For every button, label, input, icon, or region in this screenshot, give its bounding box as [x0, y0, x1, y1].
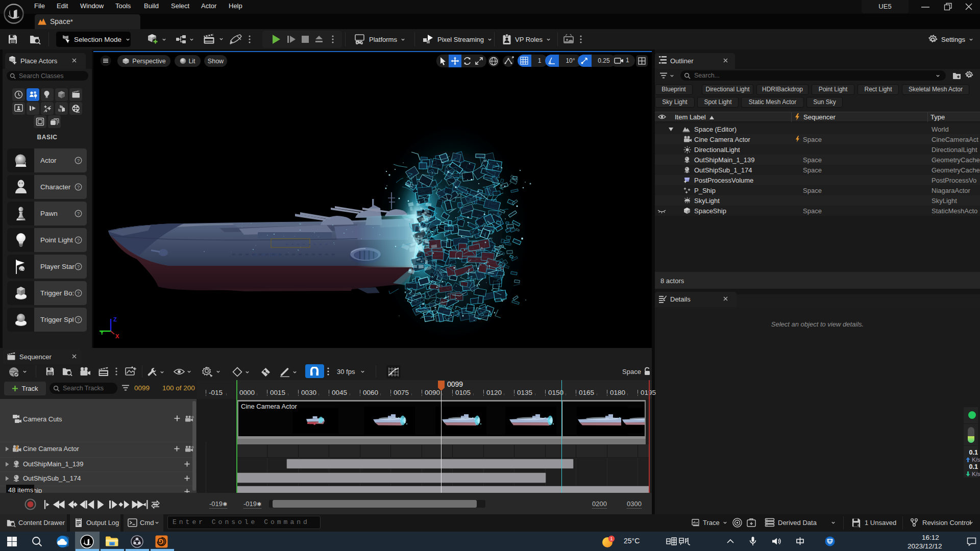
svg-text:1: 1 — [610, 536, 612, 541]
svg-text:UC-0U3D00: UC-0U3D00 — [252, 252, 281, 257]
